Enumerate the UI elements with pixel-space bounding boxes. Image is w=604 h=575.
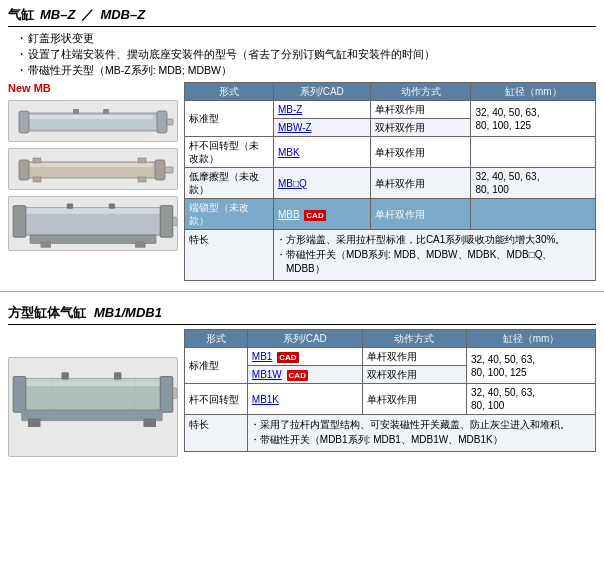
action-cell: 双杆双作用 bbox=[362, 366, 466, 384]
model-link-mbb[interactable]: MBB bbox=[278, 209, 300, 220]
model-link-mbw-z[interactable]: MBW-Z bbox=[278, 122, 312, 133]
svg-rect-4 bbox=[167, 119, 173, 125]
svg-rect-27 bbox=[109, 204, 115, 209]
section-1: 气缸 MB–Z ／ MDB–Z 釘盖形状变更 设置了柱端安装件、摆动底座安装件的… bbox=[0, 0, 604, 285]
svg-rect-25 bbox=[135, 242, 146, 248]
table-row-feature: 特长 采用了拉杆内置型结构、可安装磁性开关藏盖、防止灰尘进入和堆积。 带磁性开关… bbox=[185, 415, 596, 452]
section1-table: 形式 系列/CAD 动作方式 缸径（mm） 标准型 MB-Z 单杆双作用 bbox=[184, 82, 596, 281]
bullet-2: 设置了柱端安装件、摆动底座安装件的型号（省去了分别订购气缸和安装件的时间） bbox=[20, 47, 596, 63]
section2-image-area bbox=[8, 329, 178, 457]
section1-title-sep: ／ bbox=[81, 6, 94, 24]
section2-title-main: MB1/MDB1 bbox=[94, 305, 162, 320]
model-link-mb-z[interactable]: MB-Z bbox=[278, 104, 302, 115]
col-header-model: 系列/CAD bbox=[247, 330, 362, 348]
feature-content: 方形端盖、采用拉杆型标准，比CA1系列吸收功能约增大30%。 带磁性开关（MDB… bbox=[273, 230, 595, 281]
type-cell: 低摩擦型（未改款） bbox=[185, 168, 274, 199]
model-cell: MBW-Z bbox=[273, 119, 370, 137]
col-header-action: 动作方式 bbox=[362, 330, 466, 348]
action-cell: 单杆双作用 bbox=[370, 168, 471, 199]
table-row: 杆不回转型（未改款） MBK 单杆双作用 bbox=[185, 137, 596, 168]
model-cell: MB□Q bbox=[273, 168, 370, 199]
bore-cell bbox=[471, 199, 596, 230]
section1-title: 气缸 MB–Z ／ MDB–Z bbox=[8, 6, 596, 27]
col-header-action: 动作方式 bbox=[370, 83, 471, 101]
cylinder-image-mb1 bbox=[8, 357, 178, 457]
svg-rect-37 bbox=[143, 419, 156, 427]
action-cell: 单杆双作用 bbox=[362, 348, 466, 366]
type-cell: 杆不回转型 bbox=[185, 384, 248, 415]
svg-rect-19 bbox=[17, 208, 164, 214]
table-row: 杆不回转型 MB1K 单杆双作用 32, 40, 50, 63,80, 100 bbox=[185, 384, 596, 415]
feature-label: 特长 bbox=[185, 230, 274, 281]
model-cell: MB1K bbox=[247, 384, 362, 415]
section2-title: 方型缸体气缸 MB1/MDB1 bbox=[8, 304, 596, 325]
bore-cell: 32, 40, 50, 63,80, 100 bbox=[471, 168, 596, 199]
section1-image-area: New MB bbox=[8, 82, 178, 281]
section2-title-prefix: 方型缸体气缸 bbox=[8, 304, 86, 322]
table-row-feature: 特长 方形端盖、采用拉杆型标准，比CA1系列吸收功能约增大30%。 带磁性开关（… bbox=[185, 230, 596, 281]
svg-rect-20 bbox=[13, 206, 26, 238]
cylinder-image-2 bbox=[8, 148, 178, 190]
type-cell: 标准型 bbox=[185, 348, 248, 384]
cylinder-image-1 bbox=[8, 100, 178, 142]
svg-rect-24 bbox=[41, 242, 52, 248]
section1-title-prefix: 气缸 bbox=[8, 6, 34, 24]
type-cell: 标准型 bbox=[185, 101, 274, 137]
svg-rect-26 bbox=[67, 204, 73, 209]
model-link-mbk[interactable]: MBK bbox=[278, 147, 300, 158]
svg-rect-36 bbox=[28, 419, 41, 427]
model-cell: MB1 CAD bbox=[247, 348, 362, 366]
svg-rect-29 bbox=[17, 379, 162, 386]
svg-rect-1 bbox=[23, 115, 153, 119]
bore-cell: 32, 40, 50, 63,80, 100, 125 bbox=[471, 101, 596, 137]
type-cell: 端锁型（未改款） bbox=[185, 199, 274, 230]
model-link-mb1[interactable]: MB1 bbox=[252, 351, 273, 362]
svg-rect-22 bbox=[173, 217, 177, 225]
action-cell: 单杆双作用 bbox=[370, 101, 471, 119]
svg-rect-16 bbox=[138, 158, 146, 163]
svg-rect-17 bbox=[138, 177, 146, 182]
feature-label: 特长 bbox=[185, 415, 248, 452]
section-divider bbox=[0, 291, 604, 292]
feature-item-2: 带磁性开关（MDB系列: MDB、MDBW、MDBK、MDB□Q、MDBB） bbox=[278, 248, 591, 276]
action-cell: 双杆双作用 bbox=[370, 119, 471, 137]
svg-rect-39 bbox=[114, 373, 121, 380]
new-mb-label: New MB bbox=[8, 82, 178, 94]
action-cell: 单杆双作用 bbox=[370, 137, 471, 168]
bullet-3: 带磁性开关型（MB-Z系列: MDB; MDBW） bbox=[20, 63, 596, 79]
svg-rect-14 bbox=[33, 158, 41, 163]
svg-rect-10 bbox=[23, 163, 153, 167]
svg-rect-33 bbox=[160, 377, 173, 413]
cylinder-image-3 bbox=[8, 196, 178, 251]
col-header-bore: 缸径（mm） bbox=[471, 83, 596, 101]
bore-cell: 32, 40, 50, 63,80, 100, 125 bbox=[467, 348, 596, 384]
feature-content: 采用了拉杆内置型结构、可安装磁性开关藏盖、防止灰尘进入和堆积。 带磁性开关（MD… bbox=[247, 415, 595, 452]
section1-title-main: MB–Z bbox=[40, 7, 75, 22]
feature-item-1: 采用了拉杆内置型结构、可安装磁性开关藏盖、防止灰尘进入和堆积。 bbox=[252, 418, 591, 432]
section1-title-sub: MDB–Z bbox=[100, 7, 145, 22]
svg-rect-7 bbox=[73, 109, 79, 114]
model-link-mb1k[interactable]: MB1K bbox=[252, 394, 279, 405]
action-cell: 单杆双作用 bbox=[362, 384, 466, 415]
svg-rect-38 bbox=[62, 373, 69, 380]
table-row: 标准型 MB-Z 单杆双作用 32, 40, 50, 63,80, 100, 1… bbox=[185, 101, 596, 119]
table-row-highlighted: 端锁型（未改款） MBB CAD 单杆双作用 bbox=[185, 199, 596, 230]
section1-bullets: 釘盖形状变更 设置了柱端安装件、摆动底座安装件的型号（省去了分别订购气缸和安装件… bbox=[20, 31, 596, 78]
section1-content: New MB bbox=[8, 82, 596, 281]
bore-cell bbox=[471, 137, 596, 168]
cad-badge: CAD bbox=[304, 210, 325, 221]
svg-rect-2 bbox=[19, 111, 29, 133]
svg-rect-13 bbox=[165, 167, 173, 173]
table-row: 标准型 MB1 CAD 单杆双作用 32, 40, 50, 63,80, 100… bbox=[185, 348, 596, 366]
col-header-model: 系列/CAD bbox=[273, 83, 370, 101]
cad-badge-mb1w: CAD bbox=[287, 370, 308, 381]
model-link-mbq[interactable]: MB□Q bbox=[278, 178, 307, 189]
svg-rect-21 bbox=[160, 206, 173, 238]
model-link-mb1w[interactable]: MB1W bbox=[252, 369, 282, 380]
svg-rect-11 bbox=[19, 160, 29, 180]
section2-table-area: 形式 系列/CAD 动作方式 缸径（mm） 标准型 MB1 CAD 单 bbox=[184, 329, 596, 457]
section1-table-area: 形式 系列/CAD 动作方式 缸径（mm） 标准型 MB-Z 单杆双作用 bbox=[184, 82, 596, 281]
col-header-bore: 缸径（mm） bbox=[467, 330, 596, 348]
model-cell: MBB CAD bbox=[273, 199, 370, 230]
svg-rect-32 bbox=[13, 377, 26, 413]
